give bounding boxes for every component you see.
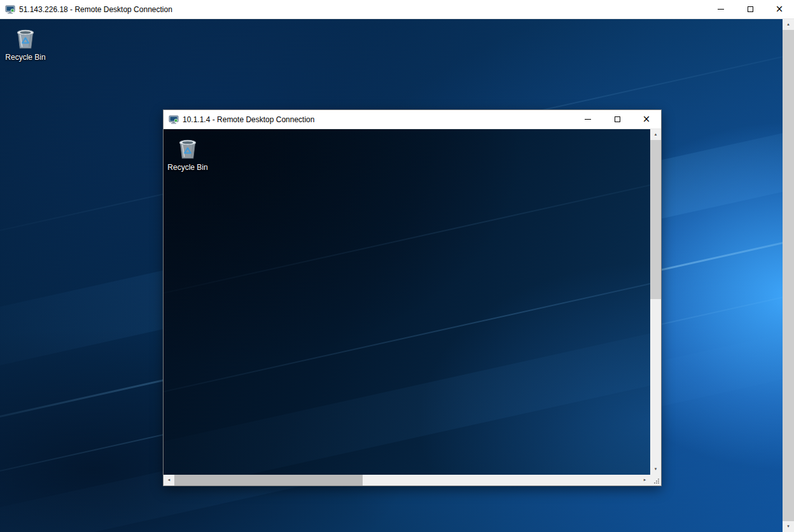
maximize-icon	[748, 6, 753, 12]
wallpaper-beam	[164, 292, 650, 475]
maximize-icon	[615, 116, 620, 122]
desktop-icon-label: Recycle Bin	[5, 53, 45, 62]
scroll-down-icon: ▾	[655, 467, 657, 472]
scrollbar-corner[interactable]	[650, 475, 661, 486]
outer-rdp-window: 51.143.226.18 - Remote Desktop Connectio…	[0, 0, 794, 532]
desktop-icon-recycle-bin-outer[interactable]: Recycle Bin	[3, 24, 48, 62]
resize-grip-icon	[653, 478, 660, 484]
scroll-left-button[interactable]: ◂	[164, 475, 174, 486]
scroll-up-icon: ▴	[655, 132, 657, 137]
recycle-bin-icon	[12, 24, 39, 51]
outer-vertical-scrollbar[interactable]: ▴ ▾	[783, 19, 794, 532]
scroll-left-icon: ◂	[168, 478, 171, 482]
wallpaper-beam	[164, 142, 650, 309]
inner-close-button[interactable]: ×	[632, 110, 661, 129]
inner-vertical-scrollbar[interactable]: ▴ ▾	[650, 129, 661, 475]
outer-maximize-button[interactable]	[735, 0, 765, 18]
vertical-scrollbar-thumb[interactable]	[650, 140, 661, 299]
desktop-icon-recycle-bin-inner[interactable]: Recycle Bin	[165, 134, 210, 172]
desktop-icon-label: Recycle Bin	[167, 163, 207, 172]
scroll-down-button[interactable]: ▾	[650, 464, 661, 475]
outer-close-button[interactable]: ×	[765, 0, 794, 18]
inner-window-title: 10.1.1.4 - Remote Desktop Connection	[183, 115, 314, 124]
close-icon: ×	[643, 115, 651, 124]
wallpaper-beam	[164, 241, 650, 407]
scroll-right-button[interactable]: ▸	[639, 475, 650, 486]
rdp-app-icon[interactable]	[5, 4, 15, 15]
inner-maximize-button[interactable]	[602, 110, 632, 129]
vertical-scrollbar-thumb[interactable]	[783, 30, 794, 521]
scroll-up-button[interactable]: ▴	[783, 19, 794, 30]
inner-horizontal-scrollbar[interactable]: ◂ ▸	[164, 475, 650, 486]
scroll-down-icon: ▾	[787, 524, 790, 529]
inner-client-area: Recycle Bin ▴ ▾ ◂ ▸	[164, 129, 661, 486]
scroll-right-icon: ▸	[644, 478, 646, 482]
outer-window-title: 51.143.226.18 - Remote Desktop Connectio…	[19, 5, 172, 14]
inner-rdp-window: 10.1.1.4 - Remote Desktop Connection ×	[163, 109, 662, 486]
inner-minimize-button[interactable]	[573, 110, 602, 129]
outer-titlebar[interactable]: 51.143.226.18 - Remote Desktop Connectio…	[0, 0, 794, 19]
outer-minimize-button[interactable]	[706, 0, 735, 18]
minimize-icon	[718, 9, 724, 10]
rdp-app-icon[interactable]	[169, 115, 179, 125]
scroll-down-button[interactable]: ▾	[783, 521, 794, 532]
inner-remote-desktop[interactable]: Recycle Bin	[164, 129, 650, 475]
minimize-icon	[585, 119, 591, 120]
scroll-up-button[interactable]: ▴	[650, 129, 661, 140]
horizontal-scrollbar-thumb[interactable]	[174, 475, 363, 486]
scroll-up-icon: ▴	[787, 22, 790, 27]
inner-titlebar[interactable]: 10.1.1.4 - Remote Desktop Connection ×	[164, 110, 661, 129]
recycle-bin-icon	[174, 134, 201, 161]
outer-remote-desktop[interactable]: Recycle Bin 10.1.1.4 - Remote Desktop Co…	[0, 19, 783, 532]
close-icon: ×	[776, 4, 784, 14]
